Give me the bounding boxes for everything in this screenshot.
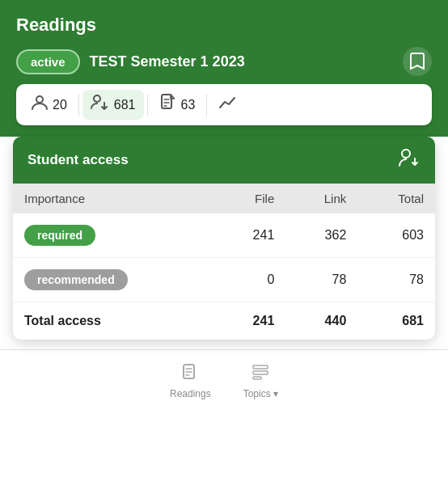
required-link: 362	[285, 213, 357, 258]
status-badge: active	[16, 49, 80, 74]
app-container: Readings active TEST Semester 1 2023	[0, 0, 448, 490]
table-header: Importance File Link Total	[13, 184, 435, 213]
total-total: 681	[357, 302, 435, 340]
students-icon	[31, 95, 49, 115]
person-icon	[31, 95, 49, 111]
total-link: 440	[285, 302, 357, 340]
bookmark-button[interactable]	[403, 47, 432, 76]
divider-1	[78, 94, 79, 116]
nav-readings-label: Readings	[170, 388, 211, 399]
active-row: active TEST Semester 1 2023	[16, 47, 432, 76]
add-student-icon	[398, 148, 421, 172]
col-total: Total	[357, 184, 435, 213]
svg-point-1	[94, 95, 100, 102]
importance-recommended: recommended	[13, 258, 215, 302]
readings-nav-icon	[181, 363, 199, 385]
stat-chart[interactable]	[210, 90, 246, 120]
importance-required: required	[13, 213, 215, 258]
total-label: Total access	[13, 302, 215, 340]
col-importance: Importance	[13, 184, 215, 213]
col-file: File	[215, 184, 286, 213]
access-table: Importance File Link Total required 241 …	[13, 184, 435, 340]
required-total: 603	[357, 213, 435, 258]
table-row: required 241 362 603	[13, 213, 435, 258]
files-icon	[159, 94, 177, 116]
svg-point-3	[402, 150, 410, 158]
stat-access[interactable]: 681	[82, 90, 144, 120]
access-count: 681	[114, 98, 136, 112]
white-section: Student access Importance File Link To	[0, 137, 448, 340]
svg-rect-7	[253, 377, 261, 379]
nav-readings[interactable]: Readings	[170, 363, 211, 399]
svg-point-0	[36, 96, 43, 103]
recommended-badge: recommended	[24, 269, 128, 290]
files-count: 63	[181, 98, 196, 112]
bookmark-icon	[410, 53, 425, 70]
topics-nav-icon	[251, 363, 269, 385]
required-badge: required	[24, 225, 95, 246]
bottom-nav: Readings Topics ▾	[0, 349, 448, 406]
document-icon	[159, 94, 177, 112]
card-header: Student access	[13, 137, 435, 184]
required-file: 241	[215, 213, 286, 258]
students-count: 20	[53, 98, 67, 112]
line-chart-icon	[218, 95, 238, 111]
access-icon	[91, 95, 110, 115]
svg-rect-6	[253, 371, 268, 374]
col-link: Link	[285, 184, 357, 213]
divider-3	[206, 94, 207, 116]
nav-topics-label: Topics ▾	[243, 388, 278, 399]
nav-topics[interactable]: Topics ▾	[243, 363, 278, 399]
table-row: recommended 0 78 78	[13, 258, 435, 302]
recommended-file: 0	[215, 258, 286, 302]
stats-bar: 20 681	[16, 84, 432, 125]
student-access-card: Student access Importance File Link To	[13, 137, 435, 340]
top-header: Readings active TEST Semester 1 2023	[0, 0, 448, 137]
persons-download-icon	[91, 95, 110, 111]
total-access-row: Total access 241 440 681	[13, 302, 435, 340]
total-file: 241	[215, 302, 286, 340]
chart-icon	[218, 95, 238, 115]
semester-title: TEST Semester 1 2023	[90, 53, 393, 70]
stat-students[interactable]: 20	[23, 90, 75, 120]
recommended-link: 78	[285, 258, 357, 302]
card-header-title: Student access	[27, 152, 129, 168]
page-title: Readings	[16, 15, 432, 36]
divider-2	[147, 94, 148, 116]
stat-files[interactable]: 63	[151, 89, 204, 120]
svg-rect-5	[253, 365, 268, 369]
recommended-total: 78	[357, 258, 435, 302]
